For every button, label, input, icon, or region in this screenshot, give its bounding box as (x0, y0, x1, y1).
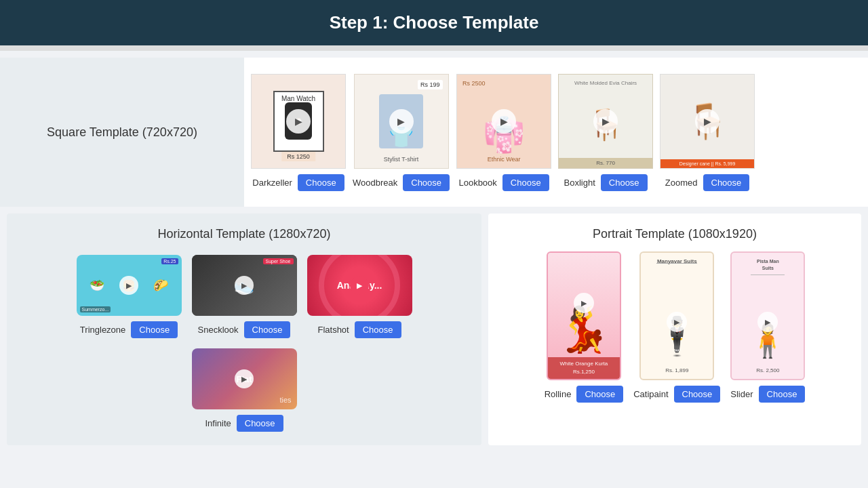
choose-tringlezone-btn[interactable]: Choose (131, 321, 178, 338)
choose-flatshot-btn[interactable]: Choose (355, 321, 401, 338)
square-templates-row: Man Watch ⌚ Rs 1250 ▶ Darkzeller Choose … (244, 58, 868, 207)
template-item-woodbreak: Rs 199 👕 Stylist T-shirt ▶ Woodbreak Cho… (353, 74, 450, 191)
template-thumb-lookbook[interactable]: Rs 2500 👘 Ethnic Wear ▶ (456, 74, 551, 169)
template-thumb-tringlezone[interactable]: 🥗 🍔 🌮 Summerzo... Rs.25 ▶ (77, 255, 182, 316)
template-item-zoomed: 🪑 Designer cane || Rs. 5,999 ▶ Zoomed Ch… (660, 74, 755, 191)
zoomed-play[interactable]: ▶ (695, 109, 719, 134)
template-item-snecklook: 👟 Super Shoe ▶ Snecklook Choose (192, 255, 297, 338)
template-thumb-snecklook[interactable]: 👟 Super Shoe ▶ (192, 255, 297, 316)
darkzeller-name-row: Darkzeller Choose (251, 174, 346, 191)
slider-label: Slider (730, 389, 753, 399)
zoomed-name-row: Zoomed Choose (660, 174, 755, 191)
horizontal-section-label: Horizontal Template (868x488) (20, 227, 468, 241)
template-thumb-woodbreak[interactable]: Rs 199 👕 Stylist T-shirt ▶ (354, 74, 449, 169)
lookbook-name-row: Lookbook Choose (456, 174, 551, 191)
template-thumb-boxlight[interactable]: White Molded Evia Chairs 🪑 Rs. 770 ▶ (558, 74, 653, 169)
infinite-name-row: Infinite Choose (192, 415, 297, 432)
choose-boxlight-btn[interactable]: Choose (601, 174, 648, 191)
rolline-name-row: Rolline Choose (545, 386, 624, 403)
portrait-section-label: Portrait Template (1080x1920) (502, 227, 848, 241)
page-title: Step 1: Choose Template (330, 12, 539, 33)
template-item-darkzeller: Man Watch ⌚ Rs 1250 ▶ Darkzeller Choose (251, 74, 346, 191)
template-thumb-zoomed[interactable]: 🪑 Designer cane || Rs. 5,999 ▶ (660, 74, 755, 169)
template-item-lookbook: Rs 2500 👘 Ethnic Wear ▶ Lookbook Choose (456, 74, 551, 191)
template-thumb-flatshot[interactable]: Anarchy... ▶ (307, 255, 412, 316)
slider-name-row: Slider Choose (730, 386, 805, 403)
flatshot-play[interactable]: ▶ (350, 276, 369, 295)
template-item-rolline: 💃 White Orange KurtaRs.1,250 ▶ Rolline C… (545, 251, 624, 403)
lookbook-play[interactable]: ▶ (492, 109, 516, 134)
main-content: Square Template (720x720) Man Watch ⌚ Rs… (0, 51, 868, 459)
woodbreak-play[interactable]: ▶ (389, 109, 414, 134)
boxlight-play[interactable]: ▶ (593, 109, 618, 134)
page-header: Step 1: Choose Template (0, 0, 868, 45)
woodbreak-name-row: Woodbreak Choose (353, 174, 450, 191)
rolline-play[interactable]: ▶ (574, 293, 594, 313)
choose-slider-btn[interactable]: Choose (759, 386, 806, 403)
rolline-label: Rolline (545, 389, 572, 399)
square-section-label: Square Template (720x720) (0, 58, 244, 207)
horizontal-templates-row: 🥗 🍔 🌮 Summerzo... Rs.25 ▶ Tringlezone Ch… (20, 255, 468, 432)
catipaint-play[interactable]: ▶ (667, 312, 687, 332)
snecklook-label: Snecklook (198, 325, 239, 335)
darkzeller-play[interactable]: ▶ (286, 109, 311, 134)
snecklook-name-row: Snecklook Choose (192, 321, 297, 338)
choose-woodbreak-btn[interactable]: Choose (403, 174, 450, 191)
square-template-section: Square Template (720x720) Man Watch ⌚ Rs… (0, 58, 868, 207)
boxlight-name-row: Boxlight Choose (558, 174, 653, 191)
portrait-template-section: Portrait Template (1080x1920) 💃 White Or… (488, 214, 861, 445)
lookbook-label: Lookbook (458, 178, 496, 188)
tringlezone-name-row: Tringlezone Choose (77, 321, 182, 338)
bottom-sections: Horizontal Template (868x488) 🥗 🍔 🌮 Sum… (0, 214, 868, 452)
choose-infinite-btn[interactable]: Choose (237, 415, 283, 432)
choose-darkzeller-btn[interactable]: Choose (298, 174, 344, 191)
template-item-flatshot: Anarchy... ▶ Flatshot Choose (307, 255, 412, 338)
template-thumb-darkzeller[interactable]: Man Watch ⌚ Rs 1250 ▶ (251, 74, 346, 169)
horizontal-template-section: Horizontal Template (868x488) 🥗 🍔 🌮 Sum… (7, 214, 481, 445)
snecklook-play[interactable]: ▶ (235, 276, 254, 295)
darkzeller-label: Darkzeller (252, 178, 292, 188)
template-thumb-rolline[interactable]: 💃 White Orange KurtaRs.1,250 ▶ (547, 251, 621, 380)
catipaint-label: Catipaint (633, 389, 668, 399)
choose-catipaint-btn[interactable]: Choose (674, 386, 721, 403)
choose-lookbook-btn[interactable]: Choose (502, 174, 549, 191)
tringlezone-play[interactable]: ▶ (119, 276, 138, 295)
flatshot-label: Flatshot (317, 325, 349, 335)
infinite-play[interactable]: ▶ (235, 369, 254, 388)
template-item-infinite: Flat ties ▶ Infinite Choose (192, 348, 297, 432)
header-divider (0, 45, 868, 51)
woodbreak-price-top: Rs 199 (418, 80, 443, 89)
choose-rolline-btn[interactable]: Choose (576, 386, 623, 403)
template-thumb-slider[interactable]: Pista ManSuits 🧍 Rs. 2,500 ▶ (730, 251, 805, 380)
template-item-tringlezone: 🥗 🍔 🌮 Summerzo... Rs.25 ▶ Tringlezone Ch… (77, 255, 182, 338)
template-item-catipaint: Manyavar Suits 🕴️ Rs. 1,899 ▶ Catipaint … (633, 251, 720, 403)
boxlight-label: Boxlight (564, 178, 595, 188)
portrait-templates-row: 💃 White Orange KurtaRs.1,250 ▶ Rolline C… (502, 251, 848, 403)
choose-snecklook-btn[interactable]: Choose (244, 321, 291, 338)
catipaint-name-row: Catipaint Choose (633, 386, 720, 403)
slider-play[interactable]: ▶ (757, 312, 778, 332)
flatshot-name-row: Flatshot Choose (307, 321, 412, 338)
woodbreak-label: Woodbreak (353, 178, 397, 188)
darkzeller-price: Rs 1250 (281, 152, 315, 161)
template-item-boxlight: White Molded Evia Chairs 🪑 Rs. 770 ▶ Box… (558, 74, 653, 191)
tringlezone-label: Tringlezone (80, 325, 125, 335)
infinite-label: Infinite (205, 418, 231, 428)
template-item-slider: Pista ManSuits 🧍 Rs. 2,500 ▶ Slider Choo… (730, 251, 805, 403)
template-thumb-infinite[interactable]: Flat ties ▶ (192, 348, 297, 409)
choose-zoomed-btn[interactable]: Choose (703, 174, 750, 191)
zoomed-label: Zoomed (665, 178, 698, 188)
template-thumb-catipaint[interactable]: Manyavar Suits 🕴️ Rs. 1,899 ▶ (639, 251, 714, 380)
